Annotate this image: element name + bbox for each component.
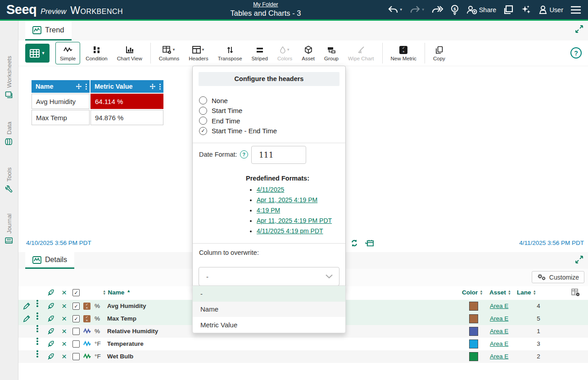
dropdown-option-metric-value[interactable]: Metric Value bbox=[193, 317, 345, 333]
sort-icon[interactable]: ▲▼ bbox=[508, 290, 511, 295]
sidebar-item-data[interactable]: Data bbox=[0, 113, 18, 154]
edit-pencil-icon[interactable] bbox=[23, 315, 30, 322]
asset-rocket-icon[interactable] bbox=[47, 327, 55, 335]
sidebar-label-worksheets[interactable]: Worksheets bbox=[6, 56, 13, 88]
add-column-icon[interactable] bbox=[571, 289, 580, 296]
sort-icon[interactable]: ▲▼ bbox=[479, 290, 483, 295]
help-icon[interactable]: ? bbox=[570, 47, 582, 59]
display-range-start[interactable]: 4/10/2025 3:56 PM PDT bbox=[26, 240, 91, 246]
sort-icon[interactable]: ▲▼ bbox=[103, 290, 106, 295]
copy-button[interactable]: Copy bbox=[429, 42, 449, 64]
user-menu[interactable]: User bbox=[538, 5, 563, 15]
headers-button[interactable]: ▼ Headers bbox=[185, 42, 212, 64]
duplicate-window-icon[interactable] bbox=[503, 5, 514, 15]
metric-table-header-name[interactable]: Name bbox=[32, 80, 90, 93]
remove-icon[interactable]: × bbox=[62, 338, 67, 350]
sidebar-label-journal[interactable]: Journal bbox=[6, 213, 13, 233]
header-value-label[interactable]: Metric Value bbox=[95, 83, 146, 90]
asset-rocket-header-icon[interactable] bbox=[47, 289, 55, 297]
predefined-format-link[interactable]: Apr 11, 2025 4:19 PM bbox=[257, 196, 317, 204]
striped-button[interactable]: Striped bbox=[248, 42, 272, 64]
asset-link[interactable]: Area E bbox=[490, 303, 508, 309]
color-swatch[interactable] bbox=[469, 327, 478, 336]
radio-icon[interactable]: ✓ bbox=[199, 127, 207, 135]
auto-update-icon[interactable] bbox=[350, 239, 358, 247]
share-button[interactable]: Share bbox=[466, 5, 497, 15]
remove-icon[interactable]: × bbox=[62, 300, 67, 312]
hamburger-menu-icon[interactable] bbox=[570, 5, 582, 14]
colors-label[interactable]: Colors bbox=[277, 56, 292, 61]
predefined-format-link[interactable]: 4/11/2025 bbox=[257, 186, 284, 193]
row-checkbox[interactable] bbox=[72, 353, 80, 360]
new-metric-button[interactable]: ✓× New Metric bbox=[387, 42, 421, 64]
customize-button[interactable]: Customize bbox=[532, 271, 584, 283]
fast-forward-button[interactable] bbox=[432, 5, 443, 15]
simple-label[interactable]: Simple bbox=[60, 56, 76, 61]
striped-label[interactable]: Striped bbox=[252, 56, 268, 61]
asset-rocket-icon[interactable] bbox=[47, 353, 55, 361]
radio-option-none[interactable]: None bbox=[199, 95, 345, 106]
condition-table-button[interactable]: Condition bbox=[81, 42, 112, 64]
radio-option-end-time[interactable]: End Time bbox=[199, 116, 345, 126]
predefined-format-link[interactable]: Apr 11, 2025 4:19 PM PDT bbox=[257, 217, 332, 224]
color-swatch[interactable] bbox=[469, 339, 478, 348]
column-overwrite-select[interactable]: - bbox=[199, 267, 339, 286]
row-checkbox[interactable] bbox=[72, 340, 80, 348]
transpose-label[interactable]: Transpose bbox=[218, 56, 242, 61]
radio-option-start-time-end-time[interactable]: ✓Start Time - End Time bbox=[199, 126, 345, 136]
asset-link[interactable]: Area E bbox=[490, 328, 508, 335]
radio-icon[interactable] bbox=[199, 96, 207, 104]
column-menu-icon[interactable] bbox=[159, 84, 161, 90]
copy-label[interactable]: Copy bbox=[433, 56, 445, 61]
asset-rocket-icon[interactable] bbox=[47, 302, 55, 310]
asset-button[interactable]: Asset bbox=[298, 42, 319, 64]
asset-link[interactable]: Area E bbox=[490, 315, 508, 322]
chart-view-label[interactable]: Chart View bbox=[117, 56, 142, 61]
dropdown-option-name[interactable]: Name bbox=[193, 302, 345, 317]
name-header-label[interactable]: Name bbox=[108, 289, 124, 296]
sidebar-item-tools[interactable]: Tools bbox=[0, 160, 18, 200]
wipe-chart-button[interactable]: Wipe Chart bbox=[344, 42, 378, 64]
row-checkbox[interactable] bbox=[72, 328, 80, 335]
date-format-help-icon[interactable]: ? bbox=[240, 150, 248, 158]
tab-trend-label[interactable]: Trend bbox=[45, 26, 64, 34]
ai-assistant-icon[interactable] bbox=[520, 5, 531, 15]
expand-details-icon[interactable] bbox=[575, 255, 583, 264]
sidebar-item-journal[interactable]: Journal bbox=[0, 208, 18, 251]
redo-button[interactable]: ▼ bbox=[410, 5, 425, 15]
predefined-format-link[interactable]: 4/11/2025 4:19 pm PDT bbox=[257, 227, 323, 235]
lane-header-label[interactable]: Lane bbox=[517, 289, 531, 296]
columns-button[interactable]: ▼ Columns bbox=[155, 42, 183, 64]
remove-all-header-icon[interactable]: × bbox=[62, 287, 67, 299]
select-all-checkbox[interactable]: ✓ bbox=[72, 289, 80, 296]
asset-link[interactable]: Area E bbox=[490, 353, 508, 360]
row-checkbox[interactable]: ✓ bbox=[72, 315, 80, 322]
remove-icon[interactable]: × bbox=[62, 313, 67, 325]
wipe-chart-label[interactable]: Wipe Chart bbox=[348, 56, 374, 61]
asset-rocket-icon[interactable] bbox=[47, 315, 55, 323]
date-format-input[interactable] bbox=[251, 146, 306, 164]
redo-caret-icon[interactable]: ▼ bbox=[421, 8, 425, 12]
predefined-format-link[interactable]: 4:19 PM bbox=[257, 207, 280, 214]
asset-column-header[interactable]: Asset ▲▼ bbox=[489, 289, 513, 296]
display-range-end[interactable]: 4/11/2025 3:56 PM PDT bbox=[519, 240, 584, 246]
move-icon[interactable] bbox=[149, 83, 156, 90]
asset-link[interactable]: Area E bbox=[490, 340, 508, 347]
lane-column-header[interactable]: Lane ▲▼ bbox=[517, 289, 538, 296]
undo-button[interactable]: ▼ bbox=[388, 5, 403, 15]
breadcrumb-my-folder[interactable]: My Folder bbox=[253, 1, 278, 8]
asset-header-label[interactable]: Asset bbox=[489, 289, 506, 296]
headers-label[interactable]: Headers bbox=[189, 56, 208, 61]
group-button[interactable]: Group bbox=[320, 42, 343, 64]
asset-rocket-icon[interactable] bbox=[47, 340, 55, 348]
columns-label[interactable]: Columns bbox=[159, 56, 179, 61]
column-menu-icon[interactable] bbox=[86, 84, 87, 90]
radio-icon[interactable] bbox=[199, 107, 207, 115]
row-checkbox[interactable]: ✓ bbox=[72, 303, 80, 310]
condition-label[interactable]: Condition bbox=[86, 56, 108, 61]
sort-icon[interactable]: ▲▼ bbox=[533, 290, 536, 295]
dropdown-option-blank[interactable]: - bbox=[193, 286, 345, 302]
tab-details[interactable]: Details bbox=[25, 252, 74, 269]
header-name-label[interactable]: Name bbox=[36, 83, 72, 90]
simple-table-button[interactable]: Simple bbox=[55, 42, 80, 64]
